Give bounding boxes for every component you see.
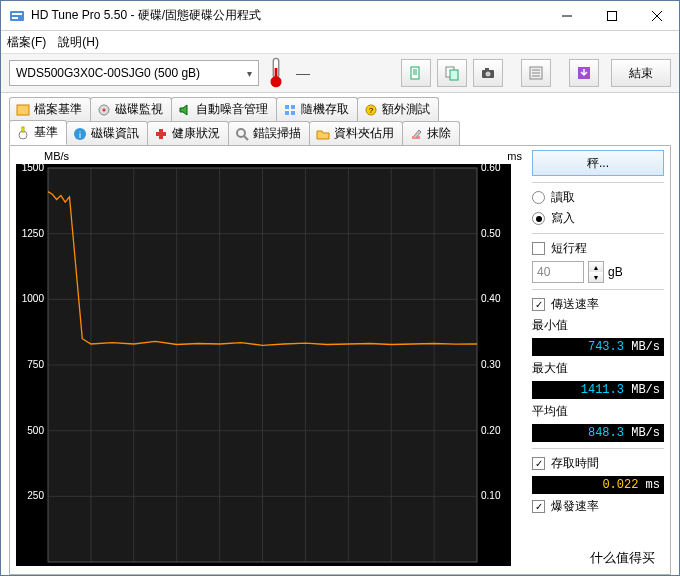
svg-rect-12: [485, 68, 489, 70]
maximize-button[interactable]: [589, 1, 634, 30]
short-stroke-checkbox[interactable]: 短行程: [532, 240, 664, 257]
svg-rect-20: [285, 111, 289, 115]
svg-point-30: [237, 129, 245, 137]
close-button[interactable]: [634, 1, 679, 30]
svg-text:0.10: 0.10: [481, 490, 501, 501]
svg-rect-1: [12, 13, 22, 15]
run-button[interactable]: 秤...: [532, 150, 664, 176]
save-button[interactable]: [569, 59, 599, 87]
svg-rect-15: [17, 105, 29, 115]
svg-text:?: ?: [369, 106, 374, 115]
svg-rect-7: [411, 67, 419, 79]
svg-text:i: i: [79, 130, 81, 140]
y-right-unit: ms: [507, 150, 522, 162]
window-title: HD Tune Pro 5.50 - 硬碟/固態硬碟公用程式: [31, 7, 544, 24]
svg-text:500: 500: [27, 425, 44, 436]
tab-file-benchmark[interactable]: 檔案基準: [9, 97, 91, 121]
max-value: 1411.3 MB/s: [532, 381, 664, 399]
chevron-down-icon: ▾: [247, 68, 252, 79]
menu-file[interactable]: 檔案(F): [7, 34, 46, 51]
minimize-button[interactable]: [544, 1, 589, 30]
tab-benchmark[interactable]: 基準: [9, 120, 67, 145]
svg-rect-9: [450, 70, 458, 80]
svg-text:0.40: 0.40: [481, 293, 501, 304]
options-button[interactable]: [521, 59, 551, 87]
svg-rect-21: [291, 111, 295, 115]
tab-aam[interactable]: 自動噪音管理: [171, 97, 277, 121]
mode-read-radio[interactable]: 讀取: [532, 189, 664, 206]
svg-text:1000: 1000: [22, 293, 45, 304]
svg-point-17: [103, 108, 106, 111]
svg-text:0.20: 0.20: [481, 425, 501, 436]
short-stroke-unit: gB: [608, 265, 623, 279]
svg-text:0.50: 0.50: [481, 228, 501, 239]
svg-text:1500: 1500: [22, 164, 45, 173]
svg-rect-2: [12, 17, 18, 19]
tab-random-access[interactable]: 隨機存取: [276, 97, 358, 121]
tab-error-scan[interactable]: 錯誤掃描: [228, 121, 310, 145]
svg-rect-6: [275, 68, 278, 82]
drive-select-value: WDS500G3X0C-00SJG0 (500 gB): [16, 66, 200, 80]
svg-rect-18: [285, 105, 289, 109]
svg-rect-19: [291, 105, 295, 109]
short-stroke-value[interactable]: 40: [532, 261, 584, 283]
app-icon: [9, 8, 25, 24]
copy-screenshot-button[interactable]: [437, 59, 467, 87]
svg-text:0.60: 0.60: [481, 164, 501, 173]
tab-health[interactable]: 健康狀況: [147, 121, 229, 145]
access-value: 0.022 ms: [532, 476, 664, 494]
svg-point-11: [486, 72, 491, 77]
svg-text:1250: 1250: [22, 228, 45, 239]
tab-disk-monitor[interactable]: 磁碟監視: [90, 97, 172, 121]
y-left-unit: MB/s: [44, 150, 69, 162]
min-value: 743.3 MB/s: [532, 338, 664, 356]
transfer-rate-checkbox[interactable]: 傳送速率: [532, 296, 664, 313]
copy-info-button[interactable]: [401, 59, 431, 87]
svg-text:0.30: 0.30: [481, 359, 501, 370]
tab-folder-usage[interactable]: 資料夾佔用: [309, 121, 403, 145]
watermark: 什么值得买: [584, 547, 661, 569]
benchmark-chart: 2505007501000125015000.100.200.300.400.5…: [16, 164, 511, 566]
avg-value: 848.3 MB/s: [532, 424, 664, 442]
svg-text:750: 750: [27, 359, 44, 370]
min-label: 最小值: [532, 317, 664, 334]
menu-help[interactable]: 說明(H): [58, 34, 99, 51]
thermometer-icon: [265, 60, 287, 86]
svg-text:250: 250: [27, 490, 44, 501]
burst-rate-checkbox[interactable]: 爆發速率: [532, 498, 664, 515]
svg-rect-0: [10, 11, 24, 21]
svg-rect-25: [22, 127, 24, 132]
exit-button[interactable]: 結束: [611, 59, 671, 87]
tab-extra-tests[interactable]: ?額外測試: [357, 97, 439, 121]
max-label: 最大值: [532, 360, 664, 377]
svg-rect-3: [607, 11, 616, 20]
svg-rect-29: [156, 132, 166, 136]
save-screenshot-button[interactable]: [473, 59, 503, 87]
mode-write-radio[interactable]: 寫入: [532, 210, 664, 227]
access-time-checkbox[interactable]: 存取時間: [532, 455, 664, 472]
temperature-value: —: [293, 65, 313, 81]
short-stroke-stepper[interactable]: ▲▼: [588, 261, 604, 283]
tab-erase[interactable]: 抹除: [402, 121, 460, 145]
avg-label: 平均值: [532, 403, 664, 420]
tab-info[interactable]: i磁碟資訊: [66, 121, 148, 145]
drive-select[interactable]: WDS500G3X0C-00SJG0 (500 gB) ▾: [9, 60, 259, 86]
